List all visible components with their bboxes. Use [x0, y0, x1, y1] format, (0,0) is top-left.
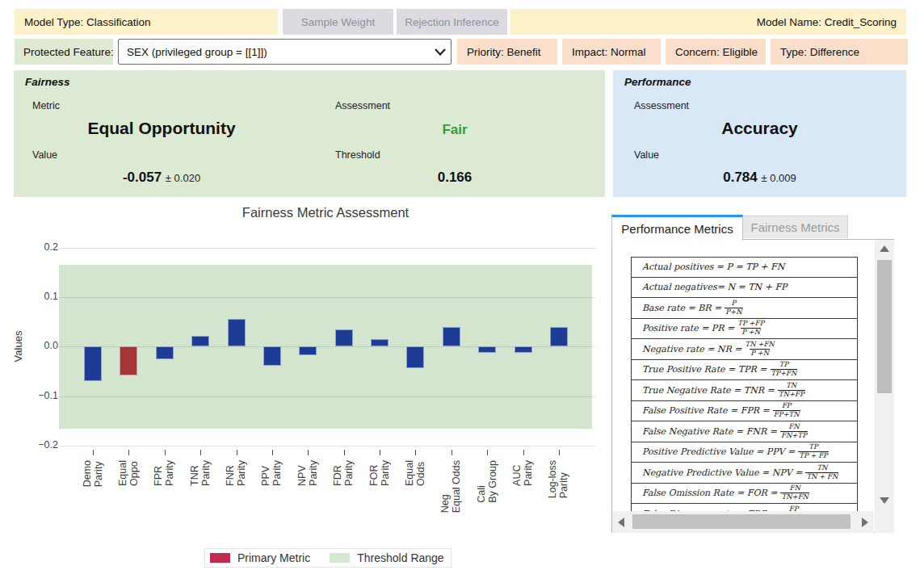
formula-row: Actual positives = P = TP + FN [631, 257, 858, 278]
formula-fraction: FNTN+FN [780, 484, 809, 501]
vertical-scrollbar[interactable] [875, 240, 894, 511]
model-type-label: Model Type: Classification [15, 9, 278, 35]
x-tick-label-text: Equal Oppo [118, 460, 140, 486]
formula-fraction: FPTP+FP [780, 505, 806, 511]
sample-weight-button[interactable]: Sample Weight [283, 9, 393, 35]
x-tick-label-text: Log-loss Parity [548, 460, 569, 498]
formula-fraction: TNTN + FN [805, 464, 838, 481]
tab-performance-metrics[interactable]: Performance Metrics [611, 215, 743, 241]
x-tick-label-text: PPV Parity [261, 460, 283, 486]
fairness-panel-title: Fairness [25, 76, 70, 88]
value-label: Value [32, 149, 57, 161]
bar-tnr-parity [191, 336, 209, 346]
formula-text: True Negative Rate = TNR = [642, 385, 775, 396]
performance-panel: Performance Assessment Accuracy Value 0.… [613, 70, 906, 197]
metric-label: Metric [32, 100, 60, 111]
x-tick-label-text: NPV Parity [297, 460, 319, 486]
bar-auc-parity [514, 346, 532, 353]
y-tick-label: −0.1 [26, 390, 58, 401]
chart-legend: Primary Metric Threshold Range [204, 548, 452, 568]
formula-text: Negative rate = NR = [642, 344, 741, 354]
formula-row: False Positive Rate = FPR =FPFP+TN [631, 401, 858, 422]
formula-fraction: FPFP+TN [773, 402, 800, 419]
threshold-range-swatch [330, 553, 350, 563]
formula-row: Positive rate = PR =TP +FPP +N [631, 319, 858, 340]
perf-assessment-value: Accuracy [613, 119, 906, 138]
gridline [59, 396, 595, 397]
threshold-label: Threshold [335, 149, 380, 161]
perf-value-label: Value [634, 149, 659, 161]
fairness-value: -0.057 ± 0.020 [14, 170, 309, 186]
x-tick-label-text: FPR Parity [153, 460, 175, 486]
tab-fairness-metrics[interactable]: Fairness Metrics [743, 216, 848, 238]
fairness-metric-chart: Fairness Metric Assessment0.20.10.0−0.1−… [0, 197, 605, 552]
x-tick-label-text: FDR Parity [333, 460, 355, 486]
formula-row: Positive Predictive Value = PPV =TPTP + … [631, 442, 858, 463]
bar-for-parity [371, 339, 388, 346]
perf-value-number: 0.784 [723, 170, 758, 185]
performance-panel-title: Performance [624, 76, 691, 88]
formula-row: Base rate = BR =PP+N [631, 298, 858, 319]
protected-feature-label: Protected Feature: [15, 39, 113, 65]
scroll-down-icon[interactable] [879, 497, 890, 505]
x-tick [415, 450, 416, 455]
scrollbar-corner [875, 511, 894, 533]
scroll-right-icon[interactable] [861, 517, 869, 528]
concern-label: Concern: Eligible [666, 39, 766, 65]
bar-fpr-parity [156, 346, 174, 358]
selected-feature-value: SEX (privileged group = [[1]]) [127, 46, 435, 58]
bar-log-loss-parity [550, 327, 568, 347]
formula-row: False Discovery rate = FDR =FPTP+FP [631, 504, 858, 511]
horizontal-scrollbar[interactable] [612, 511, 874, 533]
metrics-panel-body: Actual positives = P = TP + FNActual neg… [611, 239, 894, 533]
bar-demo-parity [84, 346, 102, 381]
formula-fraction: FNFN+TP [780, 423, 808, 440]
primary-metric-swatch [210, 553, 230, 563]
x-tick [128, 450, 129, 455]
formula-fraction: TNTN+FP [778, 382, 805, 399]
x-tick-label-text: FNR Parity [225, 460, 247, 486]
x-tick [272, 450, 273, 455]
formula-fraction: TP +FPP +N [737, 320, 764, 337]
x-tick [200, 450, 201, 455]
bar-ppv-parity [263, 346, 281, 366]
fairness-value-pm: ± 0.020 [166, 172, 200, 184]
y-axis-label: Values [12, 331, 24, 363]
x-tick-label-text: Equal Odds [405, 460, 426, 486]
horizontal-scrollbar-thumb[interactable] [632, 514, 850, 529]
model-name-label: Model Name: Credit_Scoring [510, 9, 906, 35]
x-tick [452, 450, 452, 455]
rejection-inference-button[interactable]: Rejection Inference [397, 9, 507, 35]
impact-label: Impact: Normal [562, 39, 661, 65]
formula-text: Positive rate = PR = [642, 323, 734, 333]
formula-text: Actual positives = P = TP + FN [642, 262, 784, 272]
protected-feature-select[interactable]: SEX (privileged group = [[1]]) [118, 39, 452, 65]
impact-text: Impact: Normal [572, 46, 646, 58]
assessment-label: Assessment [335, 100, 390, 111]
x-tick-label-text: TNR Parity [190, 460, 212, 486]
model-type-text: Model Type: Classification [24, 16, 151, 28]
type-text: Type: Difference [780, 46, 859, 58]
x-tick-label-text: Neg Equal Odds [440, 460, 462, 513]
scroll-left-icon[interactable] [617, 517, 625, 528]
perf-value: 0.784 ± 0.009 [613, 170, 906, 186]
bar-equal-odds [406, 346, 424, 367]
bar-npv-parity [299, 346, 317, 355]
concern-text: Concern: Eligible [675, 46, 758, 58]
fairness-panel: Fairness Metric Equal Opportunity Assess… [14, 70, 605, 197]
perf-value-pm: ± 0.009 [762, 172, 796, 184]
primary-metric-legend-label: Primary Metric [237, 551, 310, 564]
model-name-text: Model Name: Credit_Scoring [757, 16, 897, 28]
threshold-range-legend-label: Threshold Range [357, 551, 443, 564]
x-tick [344, 450, 345, 455]
x-tick [559, 450, 560, 455]
x-tick-label-text: AUC Parity [512, 460, 534, 486]
x-tick [237, 450, 237, 455]
metrics-panel: Performance Metrics Fairness Metrics Act… [611, 215, 894, 533]
x-tick [487, 450, 488, 455]
formula-row: Negative rate = NR =TN +FNP +N [631, 339, 858, 360]
x-tick-label-text: Demo Parity [82, 460, 104, 487]
formula-text: Positive Predictive Value = PPV = [642, 446, 795, 457]
vertical-scrollbar-thumb[interactable] [877, 260, 892, 393]
scroll-up-icon[interactable] [879, 245, 890, 253]
